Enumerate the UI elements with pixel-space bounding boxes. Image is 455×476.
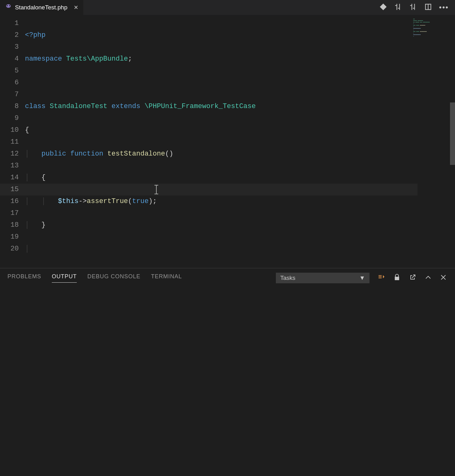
- line-number: 12: [0, 148, 25, 160]
- code-token: $this: [58, 196, 79, 207]
- tab-debug-console[interactable]: DEBUG CONSOLE: [87, 273, 140, 283]
- chevron-down-icon: ▼: [359, 275, 365, 281]
- panel-header: PROBLEMS OUTPUT DEBUG CONSOLE TERMINAL T…: [0, 268, 455, 285]
- code-token: extends: [111, 101, 140, 112]
- code-token: public: [42, 148, 66, 160]
- open-log-icon[interactable]: [409, 274, 416, 282]
- close-panel-icon[interactable]: [440, 274, 448, 282]
- minimap[interactable]: ▬▬▬▬▬▬▬ ▬▬▬▬▬▬▬▬▬ ▬▬▬▬▬ ▬▬▬ ▬▬▬▬▬▬▬▬▬▬ ▬…: [413, 17, 450, 41]
- editor-actions: •••: [379, 3, 455, 12]
- php-file-icon: [5, 3, 12, 12]
- line-number: 7: [0, 89, 25, 101]
- output-body[interactable]: [0, 285, 455, 476]
- split-editor-icon[interactable]: [424, 3, 432, 12]
- maximize-panel-icon[interactable]: [424, 274, 432, 282]
- code-token: true: [132, 196, 149, 207]
- tabs-container: StandaloneTest.php ✕: [0, 0, 83, 15]
- code-token: function: [70, 148, 103, 160]
- line-number: 18: [0, 219, 25, 231]
- code-token: <?php: [25, 29, 46, 41]
- tab-standalonetest[interactable]: StandaloneTest.php ✕: [0, 0, 83, 15]
- line-number: 20: [0, 243, 25, 255]
- line-number: 13: [0, 160, 25, 172]
- compare-icon-2[interactable]: [409, 3, 417, 12]
- code-token: {: [25, 124, 29, 136]
- line-number: 14: [0, 172, 25, 184]
- compare-icon[interactable]: [394, 3, 402, 12]
- line-number: 2: [0, 29, 25, 41]
- line-number: 4: [0, 53, 25, 65]
- line-number: 9: [0, 112, 25, 124]
- code-token: }: [42, 219, 46, 231]
- code-token: class: [25, 101, 46, 112]
- tab-output[interactable]: OUTPUT: [52, 273, 77, 283]
- select-value: Tasks: [280, 275, 296, 281]
- tab-terminal[interactable]: TERMINAL: [151, 273, 182, 283]
- line-number: 17: [0, 207, 25, 219]
- code-token: (): [165, 148, 173, 160]
- tab-filename: StandaloneTest.php: [15, 4, 67, 11]
- code-token: {: [42, 172, 46, 184]
- editor-scrollbar[interactable]: [450, 15, 455, 268]
- code-token: ->: [79, 196, 87, 207]
- code-token: assertTrue: [87, 196, 128, 207]
- tab-bar: StandaloneTest.php ✕ •••: [0, 0, 455, 15]
- panel-actions: Tasks ▼: [276, 273, 448, 283]
- panel-tabs: PROBLEMS OUTPUT DEBUG CONSOLE TERMINAL: [7, 273, 182, 283]
- line-number: 19: [0, 231, 25, 243]
- bottom-panel: PROBLEMS OUTPUT DEBUG CONSOLE TERMINAL T…: [0, 268, 455, 476]
- lock-scroll-icon[interactable]: [393, 274, 401, 282]
- output-channel-select[interactable]: Tasks ▼: [276, 273, 369, 283]
- code-token: Tests\AppBundle: [66, 53, 128, 65]
- code-token: );: [149, 196, 157, 207]
- editor-area[interactable]: 1 2 3 4 5 6 7 8 9 10 11 12 13 14 15 16 1…: [0, 15, 455, 268]
- code-token: (: [128, 196, 132, 207]
- text-cursor: [156, 185, 157, 194]
- close-icon[interactable]: ✕: [74, 4, 78, 11]
- scrollbar-thumb[interactable]: [450, 102, 455, 165]
- code-content[interactable]: <?php namespace Tests\AppBundle; class S…: [25, 15, 256, 268]
- line-number: 8: [0, 101, 25, 112]
- line-number: 11: [0, 136, 25, 148]
- clear-output-icon[interactable]: [378, 274, 385, 282]
- line-number: 10: [0, 124, 25, 136]
- line-number: 1: [0, 17, 25, 29]
- more-icon[interactable]: •••: [439, 3, 449, 12]
- code-token: namespace: [25, 53, 62, 65]
- line-number-gutter: 1 2 3 4 5 6 7 8 9 10 11 12 13 14 15 16 1…: [0, 15, 25, 268]
- code-token: \PHPUnit_Framework_TestCase: [144, 101, 256, 112]
- diff-icon[interactable]: [379, 3, 387, 12]
- line-number: 5: [0, 65, 25, 77]
- tab-problems[interactable]: PROBLEMS: [7, 273, 41, 283]
- line-number: 6: [0, 77, 25, 89]
- line-number: 16: [0, 196, 25, 207]
- code-token: testStandalone: [107, 148, 165, 160]
- code-token: StandaloneTest: [50, 101, 107, 112]
- code-token: ;: [128, 53, 132, 65]
- line-number: 3: [0, 41, 25, 53]
